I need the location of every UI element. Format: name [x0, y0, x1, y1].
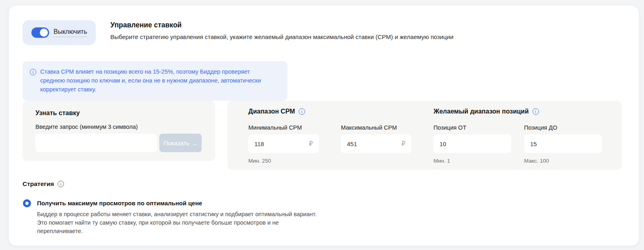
- info-banner-text: Ставка CPM влияет на позицию всего на 15…: [40, 68, 275, 94]
- min-cpm-label: Минимальный CPM: [248, 124, 319, 131]
- position-range-title-row: Желаемый диапазон позиций: [433, 108, 615, 115]
- min-cpm-input[interactable]: [254, 140, 295, 147]
- panels-row: Узнать ставку Введите запрос (минимум 3 …: [23, 101, 622, 170]
- cpm-range-info-icon[interactable]: [299, 108, 305, 115]
- position-to-label: Позиция ДО: [524, 124, 602, 131]
- strategy-option-description: Биддер в процессе работы меняет ставки, …: [37, 210, 319, 236]
- max-cpm-hint: [341, 158, 411, 164]
- position-from-field: Позиция ОТ Мин. 1: [433, 124, 511, 164]
- position-fields-row: Позиция ОТ Мин. 1 Позиция ДО Макс. 100: [433, 124, 615, 164]
- position-range-info-icon[interactable]: [533, 108, 539, 115]
- toggle-knob: [40, 29, 48, 37]
- min-cpm-input-wrap: ₽: [248, 134, 319, 153]
- strategy-header: Стратегия: [23, 180, 64, 188]
- page-subtitle: Выберите стратегию управления ставкой, у…: [110, 33, 453, 40]
- position-range-title: Желаемый диапазон позиций: [433, 108, 529, 115]
- toggle-label[interactable]: Выключить: [54, 28, 87, 37]
- query-input-label: Введите запрос (минимум 3 символа): [35, 124, 206, 130]
- strategy-title: Стратегия: [23, 180, 54, 188]
- header-text: Управление ставкой Выберите стратегию уп…: [110, 20, 453, 40]
- radio-selected-icon[interactable]: [23, 199, 31, 207]
- info-banner: Ставка CPM влияет на позицию всего на 15…: [23, 61, 287, 101]
- max-cpm-field: Максимальный CPM ₽: [341, 124, 411, 164]
- position-range-group: Желаемый диапазон позиций Позиция ОТ Мин…: [433, 108, 615, 164]
- position-to-hint: Макс. 100: [524, 158, 602, 164]
- cpm-range-title-row: Диапазон CPM: [248, 108, 433, 115]
- position-to-input[interactable]: [530, 140, 570, 147]
- min-cpm-field: Минимальный CPM ₽ Мин. 250: [248, 124, 319, 164]
- position-from-hint: Мин. 1: [433, 158, 511, 164]
- bid-lookup-title: Узнать ставку: [35, 110, 206, 117]
- ruble-icon: ₽: [309, 140, 313, 147]
- arrow-right-icon: →: [191, 140, 197, 147]
- query-input[interactable]: [35, 134, 157, 152]
- max-cpm-input[interactable]: [347, 140, 387, 147]
- bid-management-card: Выключить Управление ставкой Выберите ст…: [9, 6, 639, 246]
- show-button[interactable]: Показать →: [159, 134, 202, 152]
- header: Выключить Управление ставкой Выберите ст…: [23, 20, 454, 45]
- strategy-option-body: Получить максимум просмотров по оптималь…: [37, 199, 319, 236]
- position-from-input-wrap: [433, 134, 511, 153]
- min-cpm-hint: Мин. 250: [248, 158, 319, 164]
- info-icon: [30, 69, 36, 75]
- position-to-input-wrap: [524, 134, 602, 153]
- max-cpm-label: Максимальный CPM: [341, 124, 411, 131]
- cpm-range-group: Диапазон CPM Минимальный CPM ₽ Мин. 250 …: [248, 108, 433, 164]
- max-cpm-input-wrap: ₽: [341, 134, 411, 153]
- page-title: Управление ставкой: [110, 21, 453, 29]
- strategy-option[interactable]: Получить максимум просмотров по оптималь…: [23, 199, 319, 236]
- position-from-label: Позиция ОТ: [433, 124, 511, 131]
- toggle-switch-on-icon[interactable]: [31, 27, 49, 38]
- position-from-input[interactable]: [440, 140, 480, 147]
- bidder-toggle[interactable]: Выключить: [23, 20, 96, 45]
- ranges-panel: Диапазон CPM Минимальный CPM ₽ Мин. 250 …: [227, 101, 622, 170]
- position-to-field: Позиция ДО Макс. 100: [524, 124, 602, 164]
- show-button-label: Показать: [164, 140, 190, 147]
- strategy-info-icon[interactable]: [58, 181, 64, 187]
- cpm-range-title: Диапазон CPM: [248, 108, 295, 115]
- strategy-option-label: Получить максимум просмотров по оптималь…: [37, 199, 319, 207]
- bid-lookup-panel: Узнать ставку Введите запрос (минимум 3 …: [23, 101, 215, 161]
- ruble-icon: ₽: [401, 140, 405, 147]
- cpm-fields-row: Минимальный CPM ₽ Мин. 250 Максимальный …: [248, 124, 433, 164]
- query-input-row: Показать →: [35, 134, 206, 152]
